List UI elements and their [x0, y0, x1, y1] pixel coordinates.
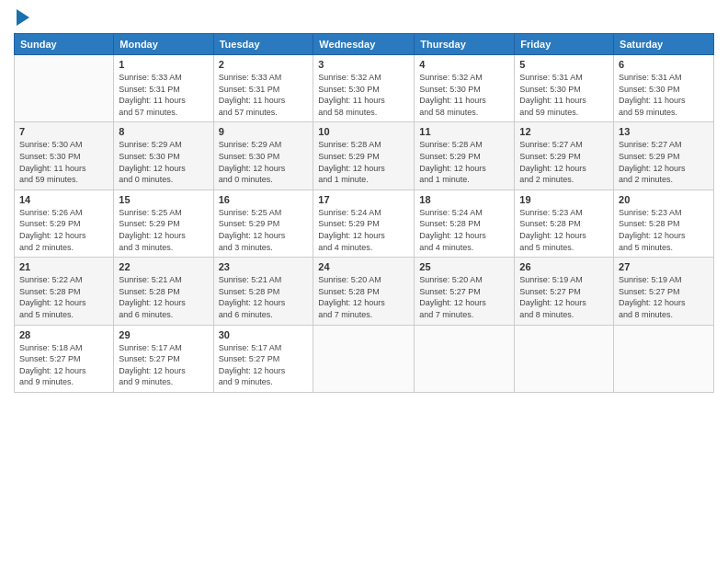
- day-info: Sunrise: 5:22 AM Sunset: 5:28 PM Dayligh…: [19, 274, 108, 320]
- day-number: 5: [519, 59, 609, 70]
- calendar-cell: 5Sunrise: 5:31 AM Sunset: 5:30 PM Daylig…: [515, 55, 614, 122]
- calendar-cell: 27Sunrise: 5:19 AM Sunset: 5:27 PM Dayli…: [614, 258, 714, 325]
- day-number: 22: [119, 261, 208, 272]
- weekday-header-saturday: Saturday: [614, 34, 714, 55]
- calendar-week-3: 14Sunrise: 5:26 AM Sunset: 5:29 PM Dayli…: [15, 190, 714, 257]
- day-number: 18: [419, 194, 509, 205]
- day-number: 30: [219, 329, 309, 340]
- day-number: 10: [318, 126, 409, 137]
- header: [14, 9, 714, 26]
- day-number: 25: [419, 261, 509, 272]
- day-info: Sunrise: 5:33 AM Sunset: 5:31 PM Dayligh…: [219, 72, 309, 118]
- day-info: Sunrise: 5:21 AM Sunset: 5:28 PM Dayligh…: [219, 274, 309, 320]
- calendar-cell: 10Sunrise: 5:28 AM Sunset: 5:29 PM Dayli…: [313, 122, 415, 190]
- calendar-cell: 6Sunrise: 5:31 AM Sunset: 5:30 PM Daylig…: [614, 55, 714, 122]
- day-info: Sunrise: 5:28 AM Sunset: 5:29 PM Dayligh…: [419, 139, 509, 185]
- page: SundayMondayTuesdayWednesdayThursdayFrid…: [0, 0, 728, 563]
- logo-arrow-icon: [17, 9, 29, 26]
- day-info: Sunrise: 5:31 AM Sunset: 5:30 PM Dayligh…: [619, 72, 709, 118]
- calendar-cell: 24Sunrise: 5:20 AM Sunset: 5:28 PM Dayli…: [313, 258, 415, 325]
- logo-text: [14, 13, 29, 26]
- calendar-cell: 29Sunrise: 5:17 AM Sunset: 5:27 PM Dayli…: [114, 325, 213, 392]
- weekday-header-monday: Monday: [114, 34, 213, 55]
- day-info: Sunrise: 5:30 AM Sunset: 5:30 PM Dayligh…: [19, 139, 108, 185]
- calendar-cell: 19Sunrise: 5:23 AM Sunset: 5:28 PM Dayli…: [515, 190, 614, 257]
- day-info: Sunrise: 5:32 AM Sunset: 5:30 PM Dayligh…: [318, 72, 409, 118]
- calendar-cell: 11Sunrise: 5:28 AM Sunset: 5:29 PM Dayli…: [415, 122, 515, 190]
- day-info: Sunrise: 5:17 AM Sunset: 5:27 PM Dayligh…: [119, 342, 208, 388]
- day-info: Sunrise: 5:29 AM Sunset: 5:30 PM Dayligh…: [119, 139, 208, 185]
- calendar-week-5: 28Sunrise: 5:18 AM Sunset: 5:27 PM Dayli…: [15, 325, 714, 392]
- calendar-week-2: 7Sunrise: 5:30 AM Sunset: 5:30 PM Daylig…: [15, 122, 714, 190]
- calendar-cell: [15, 55, 114, 122]
- day-info: Sunrise: 5:20 AM Sunset: 5:28 PM Dayligh…: [318, 274, 409, 320]
- day-number: 6: [619, 59, 709, 70]
- day-number: 26: [519, 261, 609, 272]
- calendar-cell: 7Sunrise: 5:30 AM Sunset: 5:30 PM Daylig…: [15, 122, 114, 190]
- day-number: 19: [519, 194, 609, 205]
- day-info: Sunrise: 5:21 AM Sunset: 5:28 PM Dayligh…: [119, 274, 208, 320]
- weekday-header-friday: Friday: [515, 34, 614, 55]
- calendar-cell: 30Sunrise: 5:17 AM Sunset: 5:27 PM Dayli…: [213, 325, 313, 392]
- weekday-header-wednesday: Wednesday: [313, 34, 415, 55]
- calendar-cell: 16Sunrise: 5:25 AM Sunset: 5:29 PM Dayli…: [213, 190, 313, 257]
- day-number: 29: [119, 329, 208, 340]
- day-number: 8: [119, 126, 208, 137]
- calendar-cell: 1Sunrise: 5:33 AM Sunset: 5:31 PM Daylig…: [114, 55, 213, 122]
- calendar-cell: [313, 325, 415, 392]
- day-info: Sunrise: 5:19 AM Sunset: 5:27 PM Dayligh…: [619, 274, 709, 320]
- day-number: 17: [318, 194, 409, 205]
- day-number: 14: [19, 194, 108, 205]
- weekday-header-tuesday: Tuesday: [213, 34, 313, 55]
- day-info: Sunrise: 5:20 AM Sunset: 5:27 PM Dayligh…: [419, 274, 509, 320]
- calendar-cell: [415, 325, 515, 392]
- day-info: Sunrise: 5:27 AM Sunset: 5:29 PM Dayligh…: [519, 139, 609, 185]
- day-number: 28: [19, 329, 108, 340]
- calendar-cell: 22Sunrise: 5:21 AM Sunset: 5:28 PM Dayli…: [114, 258, 213, 325]
- calendar-cell: 21Sunrise: 5:22 AM Sunset: 5:28 PM Dayli…: [15, 258, 114, 325]
- calendar-cell: 2Sunrise: 5:33 AM Sunset: 5:31 PM Daylig…: [213, 55, 313, 122]
- logo: [14, 13, 29, 26]
- calendar-cell: 28Sunrise: 5:18 AM Sunset: 5:27 PM Dayli…: [15, 325, 114, 392]
- day-number: 27: [619, 261, 709, 272]
- day-info: Sunrise: 5:27 AM Sunset: 5:29 PM Dayligh…: [619, 139, 709, 185]
- calendar-cell: 20Sunrise: 5:23 AM Sunset: 5:28 PM Dayli…: [614, 190, 714, 257]
- day-number: 9: [219, 126, 309, 137]
- calendar-cell: 12Sunrise: 5:27 AM Sunset: 5:29 PM Dayli…: [515, 122, 614, 190]
- calendar-week-4: 21Sunrise: 5:22 AM Sunset: 5:28 PM Dayli…: [15, 258, 714, 325]
- day-number: 23: [219, 261, 309, 272]
- calendar: SundayMondayTuesdayWednesdayThursdayFrid…: [14, 33, 714, 393]
- calendar-cell: 14Sunrise: 5:26 AM Sunset: 5:29 PM Dayli…: [15, 190, 114, 257]
- day-info: Sunrise: 5:25 AM Sunset: 5:29 PM Dayligh…: [219, 207, 309, 253]
- day-number: 21: [19, 261, 108, 272]
- day-info: Sunrise: 5:31 AM Sunset: 5:30 PM Dayligh…: [519, 72, 609, 118]
- day-info: Sunrise: 5:24 AM Sunset: 5:28 PM Dayligh…: [419, 207, 509, 253]
- day-number: 15: [119, 194, 208, 205]
- day-number: 3: [318, 59, 409, 70]
- calendar-cell: 3Sunrise: 5:32 AM Sunset: 5:30 PM Daylig…: [313, 55, 415, 122]
- day-info: Sunrise: 5:33 AM Sunset: 5:31 PM Dayligh…: [119, 72, 208, 118]
- day-info: Sunrise: 5:23 AM Sunset: 5:28 PM Dayligh…: [519, 207, 609, 253]
- day-number: 2: [219, 59, 309, 70]
- day-info: Sunrise: 5:28 AM Sunset: 5:29 PM Dayligh…: [318, 139, 409, 185]
- day-number: 1: [119, 59, 208, 70]
- calendar-cell: 17Sunrise: 5:24 AM Sunset: 5:29 PM Dayli…: [313, 190, 415, 257]
- day-info: Sunrise: 5:19 AM Sunset: 5:27 PM Dayligh…: [519, 274, 609, 320]
- day-number: 20: [619, 194, 709, 205]
- day-number: 24: [318, 261, 409, 272]
- calendar-cell: 18Sunrise: 5:24 AM Sunset: 5:28 PM Dayli…: [415, 190, 515, 257]
- day-info: Sunrise: 5:23 AM Sunset: 5:28 PM Dayligh…: [619, 207, 709, 253]
- calendar-cell: 25Sunrise: 5:20 AM Sunset: 5:27 PM Dayli…: [415, 258, 515, 325]
- day-info: Sunrise: 5:25 AM Sunset: 5:29 PM Dayligh…: [119, 207, 208, 253]
- day-info: Sunrise: 5:17 AM Sunset: 5:27 PM Dayligh…: [219, 342, 309, 388]
- weekday-header-sunday: Sunday: [15, 34, 114, 55]
- day-number: 12: [519, 126, 609, 137]
- day-info: Sunrise: 5:26 AM Sunset: 5:29 PM Dayligh…: [19, 207, 108, 253]
- calendar-week-1: 1Sunrise: 5:33 AM Sunset: 5:31 PM Daylig…: [15, 55, 714, 122]
- calendar-cell: [515, 325, 614, 392]
- day-info: Sunrise: 5:18 AM Sunset: 5:27 PM Dayligh…: [19, 342, 108, 388]
- day-info: Sunrise: 5:32 AM Sunset: 5:30 PM Dayligh…: [419, 72, 509, 118]
- day-number: 4: [419, 59, 509, 70]
- day-number: 13: [619, 126, 709, 137]
- calendar-cell: 9Sunrise: 5:29 AM Sunset: 5:30 PM Daylig…: [213, 122, 313, 190]
